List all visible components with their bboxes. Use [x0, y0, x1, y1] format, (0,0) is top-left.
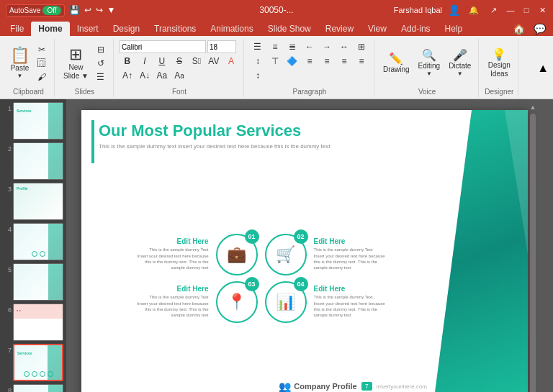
slide-title[interactable]: Our Most Popular Services — [99, 122, 427, 140]
slide-subtitle[interactable]: This is the sample dummy text insert you… — [99, 143, 427, 150]
indent-more-button[interactable]: → — [319, 40, 335, 53]
service-4-text[interactable]: Edit Here This is the sample dummy TextI… — [314, 285, 431, 319]
slide-thumb-2[interactable]: 2 — [3, 142, 63, 180]
font-case-button[interactable]: Aa — [171, 69, 187, 82]
design-ideas-label2: Ideas — [490, 70, 508, 78]
collapse-ribbon-button[interactable]: ▲ — [536, 39, 550, 97]
paste-button[interactable]: 📋 Paste ▼ — [7, 43, 32, 83]
font-size-input[interactable] — [207, 40, 236, 53]
tab-insert[interactable]: Insert — [70, 22, 106, 36]
tab-review[interactable]: Review — [318, 22, 361, 36]
indent-less-button[interactable]: ← — [302, 40, 318, 53]
italic-button[interactable]: I — [137, 55, 153, 68]
title-bar-right: Farshad Iqbal 👤 🔔 ↗ — □ ✕ — [394, 4, 547, 16]
company-name[interactable]: Company Profile — [294, 382, 356, 391]
footer-url[interactable]: insertyourlhere.com — [377, 383, 427, 390]
save-icon[interactable]: 💾 — [69, 5, 80, 15]
slide-thumb-7[interactable]: 7 Services — [3, 344, 63, 381]
maximize-button[interactable]: □ — [521, 5, 531, 15]
font-color-button[interactable]: A — [223, 55, 239, 68]
voice-label: Voice — [380, 88, 474, 96]
clear-format-button[interactable]: Aa — [154, 69, 170, 82]
align-right-button[interactable]: ≡ — [336, 55, 352, 68]
close-button[interactable]: ✕ — [537, 5, 547, 15]
slide-thumb-6[interactable]: 6 ● ● — [3, 304, 63, 341]
slides-panel[interactable]: 1 Services 2 3 Profile — [0, 99, 66, 392]
slide-thumbnail-5[interactable] — [13, 263, 63, 301]
char-spacing-button[interactable]: AV — [206, 55, 222, 68]
comments-icon[interactable]: 💬 — [529, 22, 550, 36]
bold-button[interactable]: B — [120, 55, 135, 68]
align-center-button[interactable]: ≡ — [319, 55, 335, 68]
drawing-button[interactable]: ✏️ Drawing — [380, 43, 413, 83]
service-3-text[interactable]: Edit Here This is the sample dummy TextI… — [91, 285, 209, 319]
justify-button[interactable]: ≡ — [354, 55, 369, 68]
slide-thumbnail-4[interactable] — [13, 223, 63, 260]
section-button[interactable]: ☰ — [93, 70, 109, 83]
slide-thumbnail-3[interactable]: Profile — [13, 183, 63, 220]
slide-thumb-1[interactable]: 1 Services — [3, 102, 63, 140]
tab-slideshow[interactable]: Slide Show — [261, 22, 318, 36]
editing-icon: 🔍 — [422, 50, 436, 61]
bullets-button[interactable]: ☰ — [250, 40, 266, 53]
service-icon-4: 📊 — [276, 293, 295, 311]
slide-thumbnail-6[interactable]: ● ● — [13, 304, 63, 341]
autosave-button[interactable]: AutoSave Off — [6, 4, 65, 17]
editing-button[interactable]: 🔍 Editing ▼ — [415, 43, 444, 83]
design-ideas-button[interactable]: 💡 Design Ideas — [485, 43, 513, 83]
service-2-text[interactable]: Edit Here This is the sample dummy TextI… — [314, 237, 431, 271]
tab-animations[interactable]: Animations — [203, 22, 260, 36]
minimize-button[interactable]: — — [505, 5, 516, 15]
slide-header: Our Most Popular Services This is the sa… — [99, 122, 427, 150]
scroll-thumb[interactable] — [530, 114, 536, 392]
share-icon[interactable]: 🏠 — [508, 22, 529, 36]
designer-group: 💡 Design Ideas Designer — [480, 39, 518, 97]
columns-button[interactable]: ⊞ — [354, 40, 369, 53]
decrease-font-button[interactable]: A↓ — [137, 69, 153, 82]
tab-design[interactable]: Design — [106, 22, 147, 36]
scroll-up-button[interactable]: ▲ — [530, 102, 536, 112]
underline-button[interactable]: U — [154, 55, 170, 68]
dictate-button[interactable]: 🎤 Dictate ▼ — [446, 43, 474, 83]
tab-transitions[interactable]: Transitions — [147, 22, 203, 36]
line-spacing-button[interactable]: ↕ — [250, 69, 266, 82]
slide-thumb-4[interactable]: 4 — [3, 223, 63, 260]
cut-button[interactable]: ✂ — [34, 43, 50, 56]
slide-thumb-5[interactable]: 5 — [3, 263, 63, 301]
format-painter-button[interactable]: 🖌 — [34, 70, 50, 83]
shadow-button[interactable]: S⃣ — [189, 55, 204, 68]
text-dir-button[interactable]: ↕ — [250, 55, 266, 68]
tab-home[interactable]: Home — [31, 22, 69, 36]
copy-button[interactable]: ⿵ — [34, 57, 50, 70]
rtl-button[interactable]: ↔ — [336, 40, 352, 53]
service-row-2: Edit Here This is the sample dummy TextI… — [91, 281, 431, 323]
font-name-input[interactable] — [120, 40, 206, 53]
tab-addins[interactable]: Add-ins — [394, 22, 438, 36]
reset-button[interactable]: ↺ — [93, 57, 109, 70]
undo-icon[interactable]: ↩ — [84, 5, 91, 15]
numbering-button[interactable]: ≡ — [267, 40, 283, 53]
align-vert-button[interactable]: ⊤ — [267, 55, 283, 68]
service-1-text[interactable]: Edit Here This is the sample dummy TextI… — [91, 237, 209, 271]
slide-thumbnail-7[interactable]: Services — [13, 344, 63, 381]
redo-icon[interactable]: ↪ — [96, 5, 103, 15]
convert-smartart-button[interactable]: 🔷 — [284, 55, 300, 68]
slide-thumbnail-8[interactable] — [13, 384, 63, 392]
autosave-toggle[interactable]: Off — [42, 6, 60, 15]
tab-help[interactable]: Help — [438, 22, 470, 36]
tab-file[interactable]: File — [3, 22, 31, 36]
slides-small-btns: ⊟ ↺ ☰ — [93, 43, 109, 83]
new-slide-button[interactable]: ⊞ New Slide ▼ — [60, 43, 91, 83]
layout-button[interactable]: ⊟ — [93, 43, 109, 56]
increase-font-button[interactable]: A↑ — [120, 69, 135, 82]
align-left-button[interactable]: ≡ — [302, 55, 318, 68]
multilevel-button[interactable]: ≣ — [284, 40, 300, 53]
slide-canvas[interactable]: Our Most Popular Services This is the sa… — [81, 110, 528, 392]
vertical-scrollbar[interactable]: ▲ ▼ — [528, 99, 538, 392]
tab-view[interactable]: View — [361, 22, 394, 36]
slide-thumbnail-1[interactable]: Services — [13, 102, 63, 140]
slide-thumb-3[interactable]: 3 Profile — [3, 183, 63, 220]
slide-thumbnail-2[interactable] — [13, 142, 63, 180]
slide-thumb-8[interactable]: 8 — [3, 384, 63, 392]
strikethrough-button[interactable]: S — [171, 55, 187, 68]
